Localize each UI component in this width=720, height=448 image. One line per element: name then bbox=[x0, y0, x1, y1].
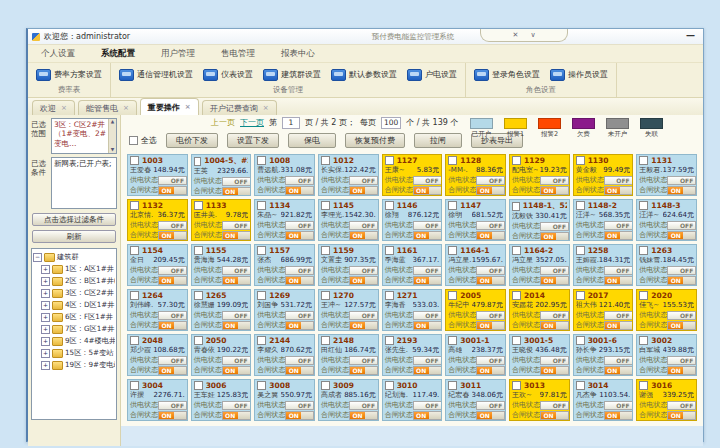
supply-status-toggle[interactable]: OFF bbox=[476, 266, 505, 275]
document-tab[interactable]: 重要操作× bbox=[140, 98, 199, 115]
expand-icon[interactable]: + bbox=[41, 265, 50, 274]
card-checkbox[interactable] bbox=[130, 246, 139, 255]
meter-card[interactable]: 3006王车娃125.83元供电状态OFF合闸状态ON bbox=[191, 379, 252, 421]
meter-card[interactable]: 3001-6孙长争293.15元供电状态OFF合闸状态ON bbox=[573, 334, 634, 376]
card-checkbox[interactable] bbox=[639, 156, 648, 165]
switch-status-toggle[interactable]: ON bbox=[667, 186, 696, 195]
card-checkbox[interactable] bbox=[257, 246, 266, 255]
menu-item[interactable]: 用户管理 bbox=[148, 48, 208, 60]
menu-item[interactable]: 报表中心 bbox=[268, 48, 328, 60]
meter-card[interactable]: 1129配电室~19.23元供电状态OFF合闸状态ON bbox=[509, 154, 570, 196]
select-all[interactable]: 全选 bbox=[129, 135, 157, 146]
expand-icon[interactable]: + bbox=[41, 313, 50, 322]
supply-status-toggle[interactable]: OFF bbox=[222, 266, 251, 275]
meter-card[interactable]: 3011纪宏春348.06元供电状态OFF合闸状态ON bbox=[445, 379, 506, 421]
supply-status-toggle[interactable]: OFF bbox=[476, 176, 505, 185]
tab-close-icon[interactable]: × bbox=[263, 104, 269, 112]
card-checkbox[interactable] bbox=[639, 246, 648, 255]
toolbar-button[interactable]: 拉闸 bbox=[414, 133, 462, 148]
meter-card[interactable]: 1127王康~5.83元供电状态OFF合闸状态ON bbox=[382, 154, 443, 196]
card-checkbox[interactable] bbox=[448, 381, 457, 390]
meter-card[interactable]: 1263钱妹雪.184.45元供电状态OFF合闸状态ON bbox=[636, 244, 697, 286]
meter-card[interactable]: 1258王媚霞.184.31元供电状态OFF合闸状态ON bbox=[573, 244, 634, 286]
card-checkbox[interactable] bbox=[257, 291, 266, 300]
minimize-button[interactable]: — bbox=[686, 30, 695, 41]
switch-status-toggle[interactable]: ON bbox=[349, 231, 378, 240]
meter-card[interactable]: 2014安愿花202.95元供电状态OFF合闸状态ON bbox=[509, 289, 570, 331]
card-checkbox[interactable] bbox=[194, 336, 203, 345]
meter-card[interactable]: 2050青春依190.22元供电状态OFF合闸状态ON bbox=[191, 334, 252, 376]
switch-status-toggle[interactable]: ON bbox=[667, 276, 696, 285]
supply-status-toggle[interactable]: OFF bbox=[540, 311, 569, 320]
ribbon-button[interactable]: 操作员设置 bbox=[545, 68, 613, 82]
supply-status-toggle[interactable]: OFF bbox=[667, 221, 696, 230]
switch-status-toggle[interactable]: ON bbox=[667, 366, 696, 375]
supply-status-toggle[interactable]: OFF bbox=[540, 222, 569, 231]
tab-close-icon[interactable]: × bbox=[185, 103, 191, 111]
tree-item[interactable]: +4区：D区1#井（D区1… bbox=[41, 299, 115, 311]
switch-status-toggle[interactable]: ON bbox=[285, 186, 314, 195]
ribbon-button[interactable]: 费率方案设置 bbox=[31, 68, 107, 82]
meter-card[interactable]: 1164-1冯立星.1595.67.供电状态OFF合闸状态ON bbox=[445, 244, 506, 286]
expand-icon[interactable]: + bbox=[41, 361, 50, 370]
switch-status-toggle[interactable]: ON bbox=[604, 411, 633, 420]
meter-card[interactable]: 1012长实保.122.42元供电状态OFF合闸状态ON bbox=[318, 154, 379, 196]
ribbon-button[interactable]: 建筑群设置 bbox=[258, 68, 326, 82]
meter-card[interactable]: 1147徐明681.52元供电状态OFF合闸状态ON bbox=[445, 199, 506, 241]
card-checkbox[interactable] bbox=[576, 336, 585, 345]
card-checkbox[interactable] bbox=[194, 201, 203, 210]
card-checkbox[interactable] bbox=[130, 201, 139, 210]
meter-card[interactable]: 3001-5王晓俊436.48元供电状态OFF合闸状态ON bbox=[509, 334, 570, 376]
meter-card[interactable]: 1271李海香533.03.供电状态OFF合闸状态ON bbox=[382, 289, 443, 331]
supply-status-toggle[interactable]: OFF bbox=[222, 221, 251, 230]
supply-status-toggle[interactable]: OFF bbox=[285, 221, 314, 230]
ribbon-button[interactable]: 户电设置 bbox=[402, 68, 462, 82]
ribbon-button[interactable]: 登录角色设置 bbox=[469, 68, 545, 82]
switch-status-toggle[interactable]: ON bbox=[158, 186, 187, 195]
meter-card[interactable]: 1148-2汪洋~568.35元供电状态OFF合闸状态ON bbox=[573, 199, 634, 241]
supply-status-toggle[interactable]: OFF bbox=[604, 221, 633, 230]
supply-status-toggle[interactable]: OFF bbox=[285, 266, 314, 275]
meter-card[interactable]: 1265徐慧姗199.09元供电状态OFF合闸状态ON bbox=[191, 289, 252, 331]
meter-card[interactable]: 1161季海蓝367.17.供电状态OFF合闸状态ON bbox=[382, 244, 443, 286]
expand-icon[interactable]: + bbox=[41, 349, 50, 358]
supply-status-toggle[interactable]: OFF bbox=[667, 356, 696, 365]
switch-status-toggle[interactable]: ON bbox=[222, 276, 251, 285]
tree-item[interactable]: +3区：C区2#井（1#变… bbox=[41, 287, 115, 299]
meter-card[interactable]: 2048郑少霞108.68元供电状态OFF合闸状态ON bbox=[127, 334, 188, 376]
document-tab[interactable]: 能管售电× bbox=[78, 100, 137, 115]
meter-card[interactable]: 1164-2冯立星3527.05.供电状态OFF合闸状态ON bbox=[509, 244, 570, 286]
switch-status-toggle[interactable]: ON bbox=[349, 366, 378, 375]
switch-status-toggle[interactable]: ON bbox=[158, 321, 187, 330]
toolbar-button[interactable]: 恢复预付费 bbox=[345, 133, 405, 148]
switch-status-toggle[interactable]: ON bbox=[413, 366, 442, 375]
supply-status-toggle[interactable]: OFF bbox=[476, 356, 505, 365]
supply-status-toggle[interactable]: OFF bbox=[349, 356, 378, 365]
meter-card[interactable]: 2193张先生.59.34元供电状态OFF合闸状态ON bbox=[382, 334, 443, 376]
supply-status-toggle[interactable]: OFF bbox=[158, 401, 187, 410]
meter-card[interactable]: 1148-1、522沈毅铁330.41元供电状态OFF合闸状态ON bbox=[509, 199, 570, 241]
ribbon-button[interactable]: 仪表设置 bbox=[198, 68, 258, 82]
supply-status-toggle[interactable]: OFF bbox=[604, 176, 633, 185]
meter-card[interactable]: 1132北京情.36.37元供电状态OFF合闸状态ON bbox=[127, 199, 188, 241]
tree-item[interactable]: +1区：A区1#井 bbox=[41, 263, 115, 275]
supply-status-toggle[interactable]: OFF bbox=[667, 176, 696, 185]
switch-status-toggle[interactable]: ON bbox=[285, 276, 314, 285]
meter-card[interactable]: 1145李理光.1542.30.供电状态OFF合闸状态ON bbox=[318, 199, 379, 241]
switch-status-toggle[interactable]: ON bbox=[158, 231, 187, 240]
switch-status-toggle[interactable]: ON bbox=[604, 366, 633, 375]
expand-icon[interactable]: + bbox=[41, 277, 50, 286]
card-checkbox[interactable] bbox=[385, 291, 394, 300]
switch-status-toggle[interactable]: ON bbox=[285, 231, 314, 240]
switch-status-toggle[interactable]: ON bbox=[349, 411, 378, 420]
supply-status-toggle[interactable]: OFF bbox=[604, 266, 633, 275]
card-checkbox[interactable] bbox=[512, 156, 521, 165]
supply-status-toggle[interactable]: OFF bbox=[476, 311, 505, 320]
card-checkbox[interactable] bbox=[639, 291, 648, 300]
card-checkbox[interactable] bbox=[448, 291, 457, 300]
switch-status-toggle[interactable]: ON bbox=[222, 411, 251, 420]
switch-status-toggle[interactable]: ON bbox=[667, 321, 696, 330]
switch-status-toggle[interactable]: ON bbox=[158, 276, 187, 285]
card-checkbox[interactable] bbox=[576, 156, 585, 165]
card-checkbox[interactable] bbox=[257, 201, 266, 210]
